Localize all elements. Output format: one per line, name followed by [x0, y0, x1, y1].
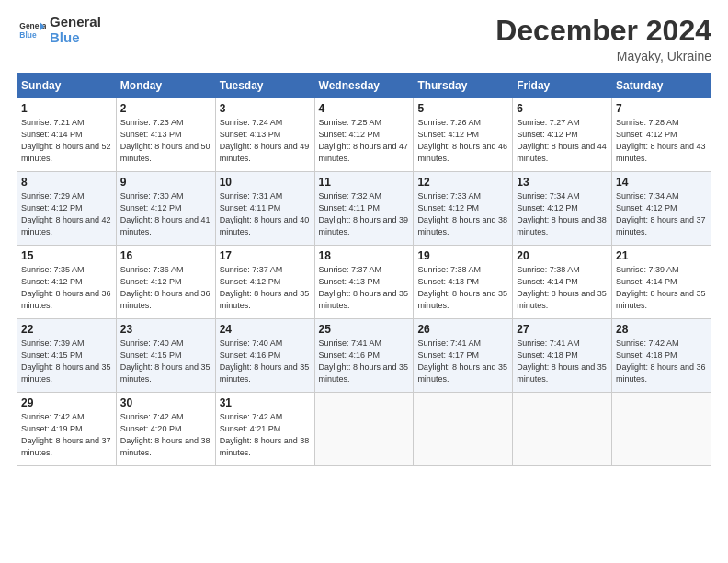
calendar-cell: 12Sunrise: 7:33 AMSunset: 4:12 PMDayligh…: [414, 172, 513, 246]
page-header: General Blue General Blue December 2024 …: [17, 15, 711, 63]
day-number: 20: [517, 249, 608, 262]
calendar-cell: [314, 393, 414, 466]
day-number: 29: [21, 396, 112, 409]
day-number: 14: [616, 176, 707, 189]
location: Mayaky, Ukraine: [495, 49, 711, 63]
day-number: 7: [616, 102, 707, 115]
calendar-cell: 20Sunrise: 7:38 AMSunset: 4:14 PMDayligh…: [513, 246, 612, 319]
weekday-header-friday: Friday: [513, 74, 612, 98]
day-number: 15: [21, 249, 112, 262]
cell-text: Sunrise: 7:36 AMSunset: 4:12 PMDaylight:…: [120, 265, 210, 310]
calendar-cell: 19Sunrise: 7:38 AMSunset: 4:13 PMDayligh…: [414, 246, 513, 319]
cell-text: Sunrise: 7:37 AMSunset: 4:13 PMDaylight:…: [319, 265, 409, 310]
day-number: 22: [21, 323, 112, 336]
day-number: 13: [517, 176, 608, 189]
cell-text: Sunrise: 7:34 AMSunset: 4:12 PMDaylight:…: [616, 191, 706, 236]
cell-text: Sunrise: 7:40 AMSunset: 4:16 PMDaylight:…: [220, 339, 310, 384]
cell-text: Sunrise: 7:42 AMSunset: 4:20 PMDaylight:…: [120, 412, 210, 457]
day-number: 11: [319, 176, 410, 189]
day-number: 9: [120, 176, 211, 189]
calendar-cell: 9Sunrise: 7:30 AMSunset: 4:12 PMDaylight…: [116, 172, 215, 246]
cell-text: Sunrise: 7:25 AMSunset: 4:12 PMDaylight:…: [319, 118, 409, 163]
calendar-cell: 22Sunrise: 7:39 AMSunset: 4:15 PMDayligh…: [17, 319, 117, 393]
logo-icon: General Blue: [17, 16, 46, 45]
calendar-cell: 31Sunrise: 7:42 AMSunset: 4:21 PMDayligh…: [215, 393, 314, 466]
day-number: 28: [616, 323, 707, 336]
day-number: 23: [120, 323, 211, 336]
cell-text: Sunrise: 7:41 AMSunset: 4:18 PMDaylight:…: [517, 339, 607, 384]
day-number: 18: [319, 249, 410, 262]
calendar-cell: 25Sunrise: 7:41 AMSunset: 4:16 PMDayligh…: [314, 319, 414, 393]
cell-text: Sunrise: 7:31 AMSunset: 4:11 PMDaylight:…: [220, 191, 310, 236]
cell-text: Sunrise: 7:26 AMSunset: 4:12 PMDaylight:…: [417, 118, 507, 163]
day-number: 31: [220, 396, 311, 409]
cell-text: Sunrise: 7:34 AMSunset: 4:12 PMDaylight:…: [517, 191, 607, 236]
day-number: 6: [517, 102, 608, 115]
calendar-cell: 10Sunrise: 7:31 AMSunset: 4:11 PMDayligh…: [215, 172, 314, 246]
calendar-cell: 2Sunrise: 7:23 AMSunset: 4:13 PMDaylight…: [116, 98, 215, 172]
cell-text: Sunrise: 7:30 AMSunset: 4:12 PMDaylight:…: [120, 191, 210, 236]
calendar-cell: 21Sunrise: 7:39 AMSunset: 4:14 PMDayligh…: [612, 246, 711, 319]
calendar-cell: [414, 393, 513, 466]
cell-text: Sunrise: 7:28 AMSunset: 4:12 PMDaylight:…: [616, 118, 706, 163]
calendar-cell: 3Sunrise: 7:24 AMSunset: 4:13 PMDaylight…: [215, 98, 314, 172]
calendar-cell: 16Sunrise: 7:36 AMSunset: 4:12 PMDayligh…: [116, 246, 215, 319]
day-number: 4: [319, 102, 410, 115]
day-number: 10: [220, 176, 311, 189]
day-number: 19: [417, 249, 508, 262]
calendar-cell: 7Sunrise: 7:28 AMSunset: 4:12 PMDaylight…: [612, 98, 711, 172]
weekday-header-thursday: Thursday: [414, 74, 513, 98]
calendar-cell: 29Sunrise: 7:42 AMSunset: 4:19 PMDayligh…: [17, 393, 117, 466]
calendar-cell: 5Sunrise: 7:26 AMSunset: 4:12 PMDaylight…: [414, 98, 513, 172]
calendar-cell: 6Sunrise: 7:27 AMSunset: 4:12 PMDaylight…: [513, 98, 612, 172]
day-number: 27: [517, 323, 608, 336]
cell-text: Sunrise: 7:40 AMSunset: 4:15 PMDaylight:…: [120, 339, 210, 384]
calendar-cell: 11Sunrise: 7:32 AMSunset: 4:11 PMDayligh…: [314, 172, 414, 246]
title-block: December 2024 Mayaky, Ukraine: [495, 15, 711, 63]
logo-text: General Blue: [50, 15, 101, 45]
weekday-header-tuesday: Tuesday: [215, 74, 314, 98]
calendar-cell: 8Sunrise: 7:29 AMSunset: 4:12 PMDaylight…: [17, 172, 117, 246]
calendar-cell: 17Sunrise: 7:37 AMSunset: 4:12 PMDayligh…: [215, 246, 314, 319]
cell-text: Sunrise: 7:32 AMSunset: 4:11 PMDaylight:…: [319, 191, 409, 236]
calendar-table: SundayMondayTuesdayWednesdayThursdayFrid…: [17, 73, 711, 466]
cell-text: Sunrise: 7:42 AMSunset: 4:18 PMDaylight:…: [616, 339, 706, 384]
cell-text: Sunrise: 7:39 AMSunset: 4:14 PMDaylight:…: [616, 265, 706, 310]
cell-text: Sunrise: 7:33 AMSunset: 4:12 PMDaylight:…: [417, 191, 507, 236]
day-number: 21: [616, 249, 707, 262]
calendar-cell: 14Sunrise: 7:34 AMSunset: 4:12 PMDayligh…: [612, 172, 711, 246]
calendar-cell: [513, 393, 612, 466]
calendar-cell: [612, 393, 711, 466]
weekday-header-sunday: Sunday: [17, 74, 117, 98]
cell-text: Sunrise: 7:42 AMSunset: 4:21 PMDaylight:…: [220, 412, 310, 457]
calendar-cell: 27Sunrise: 7:41 AMSunset: 4:18 PMDayligh…: [513, 319, 612, 393]
day-number: 16: [120, 249, 211, 262]
weekday-header-monday: Monday: [116, 74, 215, 98]
day-number: 17: [220, 249, 311, 262]
day-number: 1: [21, 102, 112, 115]
month-title: December 2024: [495, 15, 711, 47]
cell-text: Sunrise: 7:37 AMSunset: 4:12 PMDaylight:…: [220, 265, 310, 310]
cell-text: Sunrise: 7:27 AMSunset: 4:12 PMDaylight:…: [517, 118, 607, 163]
cell-text: Sunrise: 7:38 AMSunset: 4:14 PMDaylight:…: [517, 265, 607, 310]
calendar-cell: 23Sunrise: 7:40 AMSunset: 4:15 PMDayligh…: [116, 319, 215, 393]
cell-text: Sunrise: 7:39 AMSunset: 4:15 PMDaylight:…: [21, 339, 111, 384]
calendar-cell: 26Sunrise: 7:41 AMSunset: 4:17 PMDayligh…: [414, 319, 513, 393]
svg-text:Blue: Blue: [19, 30, 37, 40]
logo: General Blue General Blue: [17, 15, 101, 45]
calendar-cell: 1Sunrise: 7:21 AMSunset: 4:14 PMDaylight…: [17, 98, 117, 172]
cell-text: Sunrise: 7:21 AMSunset: 4:14 PMDaylight:…: [21, 118, 111, 163]
cell-text: Sunrise: 7:35 AMSunset: 4:12 PMDaylight:…: [21, 265, 111, 310]
day-number: 2: [120, 102, 211, 115]
day-number: 25: [319, 323, 410, 336]
weekday-header-wednesday: Wednesday: [314, 74, 414, 98]
cell-text: Sunrise: 7:29 AMSunset: 4:12 PMDaylight:…: [21, 191, 111, 236]
day-number: 3: [220, 102, 311, 115]
calendar-cell: 30Sunrise: 7:42 AMSunset: 4:20 PMDayligh…: [116, 393, 215, 466]
day-number: 24: [220, 323, 311, 336]
calendar-cell: 24Sunrise: 7:40 AMSunset: 4:16 PMDayligh…: [215, 319, 314, 393]
calendar-cell: 13Sunrise: 7:34 AMSunset: 4:12 PMDayligh…: [513, 172, 612, 246]
cell-text: Sunrise: 7:38 AMSunset: 4:13 PMDaylight:…: [417, 265, 507, 310]
cell-text: Sunrise: 7:24 AMSunset: 4:13 PMDaylight:…: [220, 118, 310, 163]
calendar-cell: 4Sunrise: 7:25 AMSunset: 4:12 PMDaylight…: [314, 98, 414, 172]
